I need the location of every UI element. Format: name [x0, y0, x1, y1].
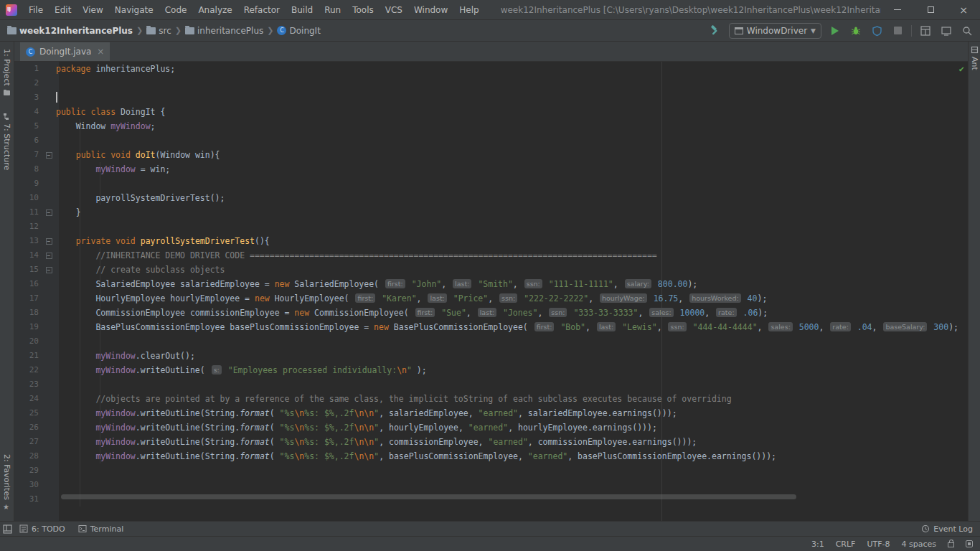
minimize-button[interactable]	[881, 0, 914, 19]
code-line[interactable]: 5 Window myWindow;	[14, 119, 968, 133]
code-line[interactable]: 30	[14, 478, 968, 492]
line-number: 6	[14, 133, 43, 148]
code-line[interactable]: 17 HourlyEmployee hourlyEmployee = new H…	[14, 291, 968, 306]
menu-build[interactable]: Build	[286, 0, 319, 20]
run-with-coverage-button[interactable]	[870, 24, 884, 38]
line-number: 24	[14, 392, 43, 406]
code-line[interactable]: 24 //objects are pointed at by a referen…	[14, 392, 968, 406]
code-line[interactable]: 25 myWindow.writeOutLine(String.format( …	[14, 406, 968, 420]
code-line[interactable]: 14− //INHERITANCE DEMO DRIVER CODE =====…	[14, 248, 968, 263]
stop-button[interactable]	[890, 24, 905, 38]
menu-tools[interactable]: Tools	[347, 0, 380, 20]
code-line[interactable]: 13− private void payrollSystemDriverTest…	[14, 234, 968, 248]
run-button[interactable]	[828, 24, 842, 38]
tab-close-icon[interactable]: ×	[97, 47, 104, 57]
grid-view-icon[interactable]	[918, 24, 933, 38]
menu-help[interactable]: Help	[453, 0, 484, 20]
fold-column[interactable]: −	[43, 248, 55, 263]
menu-code[interactable]: Code	[159, 0, 193, 20]
code-line[interactable]: 29	[14, 463, 968, 478]
fold-column	[43, 220, 55, 234]
event-log-button[interactable]: Event Log	[921, 524, 973, 534]
breadcrumb-item-src[interactable]: src	[146, 26, 171, 36]
menu-view[interactable]: View	[77, 0, 108, 20]
search-everywhere-icon[interactable]	[960, 24, 974, 38]
code-line[interactable]: 22 myWindow.writeOutLine( s: "Employees …	[14, 363, 968, 377]
menu-run[interactable]: Run	[319, 0, 347, 20]
maximize-button[interactable]	[914, 0, 947, 19]
fold-column	[43, 478, 55, 492]
debug-button[interactable]	[849, 24, 863, 38]
code-line[interactable]: 11− }	[14, 205, 968, 220]
fold-marker-icon[interactable]: −	[46, 267, 52, 273]
tab-doingit-java[interactable]: C DoingIt.java ×	[20, 42, 110, 61]
code-line[interactable]: 10 payrollSystemDriverTest();	[14, 191, 968, 205]
menu-edit[interactable]: Edit	[49, 0, 77, 20]
toolwindow-button-project[interactable]: 1: Project	[2, 49, 11, 97]
code-line[interactable]: 20	[14, 334, 968, 349]
java-class-icon: C	[26, 47, 35, 57]
readonly-lock-icon[interactable]	[948, 542, 954, 547]
code-line[interactable]: 21 myWindow.clearOut();	[14, 349, 968, 363]
breadcrumb-item-inheritanceplus[interactable]: inheritancePlus	[185, 26, 263, 36]
line-number: 13	[14, 234, 43, 248]
code-line[interactable]: 3	[14, 90, 968, 105]
toolwindow-switcher-icon[interactable]	[3, 524, 12, 534]
code-line[interactable]: 27 myWindow.writeOutLine(String.format( …	[14, 435, 968, 449]
intellij-logo-icon	[6, 4, 17, 16]
code-line[interactable]: 2	[14, 76, 968, 90]
code-line[interactable]: 18 CommissionEmployee commissionEmployee…	[14, 306, 968, 320]
menu-navigate[interactable]: Navigate	[109, 0, 159, 20]
code-line[interactable]: 6	[14, 133, 968, 148]
fold-marker-icon[interactable]: −	[46, 253, 52, 259]
fold-marker-icon[interactable]: −	[46, 238, 52, 245]
breadcrumb-item-week12inheritanceplus[interactable]: week12InheritancePlus	[7, 26, 133, 36]
menu-analyze[interactable]: Analyze	[192, 0, 237, 20]
encoding-indicator[interactable]: UTF-8	[867, 540, 890, 549]
code-line[interactable]: 7− public void doIt(Window win){	[14, 148, 968, 162]
editor-tabbar: C DoingIt.java ×	[14, 42, 968, 62]
toolwindow-button-favorites[interactable]: 2: Favorites ★	[2, 454, 11, 511]
code-line[interactable]: 15− // create subclass objects	[14, 263, 968, 277]
horizontal-scrollbar[interactable]	[61, 494, 796, 499]
indent-indicator[interactable]: 4 spaces	[902, 540, 937, 549]
code-line[interactable]: 4public class DoingIt {	[14, 105, 968, 119]
toolwindow-button-ant[interactable]: Ant	[970, 46, 979, 70]
code-line[interactable]: 8 myWindow = win;	[14, 162, 968, 176]
code-line[interactable]: 16 SalariedEmployee salariedEmployee = n…	[14, 277, 968, 291]
fold-column[interactable]: −	[43, 234, 55, 248]
toolwindow-button-todo[interactable]: 6: TODO	[19, 524, 65, 534]
code-editor[interactable]: 1package inheritancePlus;234public class…	[14, 62, 968, 521]
code-text: myWindow.writeOutLine(String.format( "%s…	[55, 449, 776, 463]
window-layout-icon[interactable]	[939, 24, 953, 38]
build-hammer-icon[interactable]	[708, 24, 722, 38]
fold-column[interactable]: −	[43, 263, 55, 277]
line-ending-indicator[interactable]: CRLF	[836, 540, 856, 549]
code-line[interactable]: 28 myWindow.writeOutLine(String.format( …	[14, 449, 968, 463]
menu-file[interactable]: File	[23, 0, 49, 20]
close-button[interactable]: ×	[947, 0, 980, 19]
menu-vcs[interactable]: VCS	[380, 0, 408, 20]
menu-window[interactable]: Window	[408, 0, 453, 20]
folder-icon	[185, 27, 194, 34]
toolwindow-button-terminal[interactable]: Terminal	[78, 524, 124, 534]
code-line[interactable]: 12	[14, 220, 968, 234]
code-line[interactable]: 9	[14, 176, 968, 191]
code-line[interactable]: 1package inheritancePlus;	[14, 62, 968, 76]
code-line[interactable]: 23	[14, 377, 968, 392]
run-configuration-select[interactable]: WindowDriver ▼	[729, 23, 821, 39]
toolwindow-button-structure[interactable]: 7: Structure	[2, 113, 11, 170]
inspection-ok-icon[interactable]: ✔	[959, 64, 964, 74]
caret-position[interactable]: 3:1	[811, 540, 824, 549]
fold-marker-icon[interactable]: −	[46, 209, 52, 216]
line-number: 16	[14, 277, 43, 291]
fold-marker-icon[interactable]: −	[46, 152, 52, 159]
fold-column[interactable]: −	[43, 205, 55, 220]
code-line[interactable]: 19 BasePlusCommissionEmployee basePlusCo…	[14, 320, 968, 334]
code-text: public class DoingIt {	[55, 105, 165, 119]
breadcrumb-item-doingit[interactable]: CDoingIt	[277, 26, 320, 36]
inspections-profile-icon[interactable]	[966, 540, 973, 547]
menu-refactor[interactable]: Refactor	[238, 0, 286, 20]
code-line[interactable]: 26 myWindow.writeOutLine(String.format( …	[14, 420, 968, 435]
fold-column[interactable]: −	[43, 148, 55, 162]
